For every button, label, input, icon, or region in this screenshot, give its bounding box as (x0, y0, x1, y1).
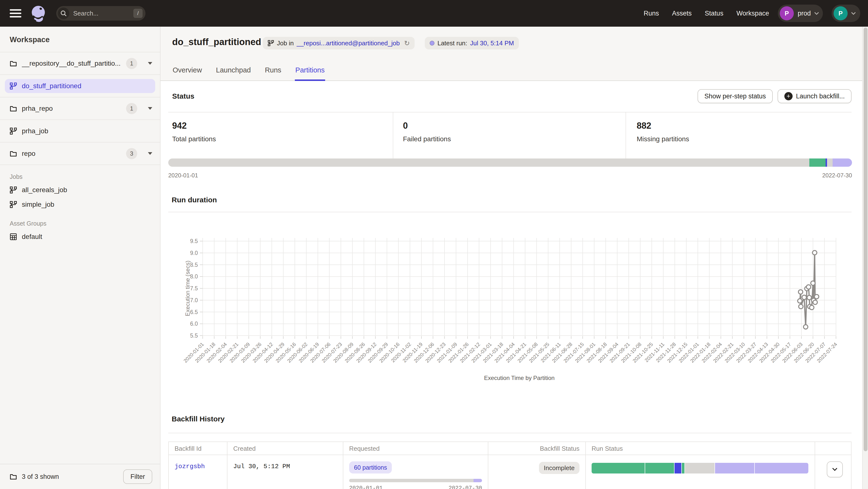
stat-label: Total partitions (172, 135, 393, 143)
workspace-sidebar: Workspace __repository__do_stuff_partiti… (0, 27, 160, 489)
sidebar-item-label: prha_repo (22, 105, 53, 112)
caret-down-icon[interactable] (148, 152, 152, 155)
search-icon (58, 7, 69, 19)
sidebar-item-default-group[interactable]: default (0, 229, 160, 244)
nav-links: Runs Assets Status Workspace (644, 10, 769, 17)
backfill-history-table: Backfill Id Created Requested Backfill S… (168, 442, 851, 489)
nav-link-workspace[interactable]: Workspace (736, 10, 769, 17)
sidebar-footer: 3 of 3 shown Filter (0, 464, 160, 489)
launch-backfill-button[interactable]: + Launch backfill... (778, 89, 851, 103)
job-icon (10, 201, 17, 208)
count-badge: 3 (126, 148, 137, 159)
column-backfill-id: Backfill Id (169, 442, 227, 455)
nav-link-status[interactable]: Status (705, 10, 723, 17)
tab-launchpad[interactable]: Launchpad (216, 66, 251, 81)
dagster-logo-icon[interactable] (30, 5, 48, 22)
job-location-badge: Job in __reposi...artitioned@partitioned… (263, 37, 414, 50)
asset-group-icon (10, 233, 17, 240)
requested-range: 2020-01-01 2022-07-30 (349, 485, 482, 489)
stat-failed-partitions: 0 Failed partitions (393, 112, 625, 159)
folder-icon (10, 105, 17, 112)
scrollbar-thumb[interactable] (864, 28, 868, 451)
nav-link-runs[interactable]: Runs (644, 10, 659, 17)
launch-backfill-label: Launch backfill... (796, 93, 845, 100)
chevron-down-icon (814, 12, 819, 15)
sidebar-item-label: prha_job (22, 127, 48, 135)
latest-run-link[interactable]: Jul 30, 5:14 PM (470, 39, 514, 47)
search-input[interactable]: Search... / (56, 6, 146, 21)
caret-down-icon[interactable] (148, 62, 152, 65)
job-icon (268, 40, 274, 46)
run-status-bar[interactable] (592, 463, 808, 474)
nav-link-assets[interactable]: Assets (672, 10, 692, 17)
show-per-step-status-button[interactable]: Show per-step status (698, 89, 773, 103)
sidebar-item-prha-repo[interactable]: prha_repo 1 (0, 97, 160, 120)
sidebar-item-label: default (22, 233, 42, 240)
table-row: jozrgsbh Jul 30, 5:12 PM 60 partitions 2… (169, 455, 851, 489)
job-icon (10, 127, 17, 135)
count-badge: 1 (126, 58, 137, 69)
svg-text:7.5: 7.5 (190, 285, 198, 292)
column-actions (815, 442, 851, 455)
refresh-icon[interactable]: ↻ (404, 39, 410, 47)
sidebar-item-simple-job[interactable]: simple_job (0, 197, 160, 212)
search-placeholder: Search... (73, 10, 133, 17)
column-created: Created (227, 442, 343, 455)
sidebar-item-repository-do-stuff[interactable]: __repository__do_stuff_partitio... 1 (0, 52, 160, 75)
user-avatar: P (834, 6, 848, 20)
folder-icon (10, 473, 17, 480)
deployment-switcher[interactable]: P prod (778, 5, 823, 22)
filter-button[interactable]: Filter (123, 469, 152, 484)
menu-icon[interactable] (10, 9, 21, 18)
chevron-down-icon (832, 467, 838, 471)
requested-partitions-badge[interactable]: 60 partitions (349, 461, 392, 474)
sidebar-item-label: all_cereals_job (22, 186, 67, 194)
caret-down-icon[interactable] (148, 107, 152, 110)
tab-overview[interactable]: Overview (172, 66, 203, 81)
chevron-down-icon (851, 12, 856, 15)
deployment-avatar: P (780, 6, 794, 20)
sidebar-item-repo[interactable]: repo 3 (0, 142, 160, 165)
top-nav: Search... / Runs Assets Status Workspace… (0, 0, 868, 27)
expand-row-button[interactable] (827, 461, 843, 477)
svg-text:8.0: 8.0 (190, 273, 198, 280)
vertical-scrollbar[interactable] (862, 27, 868, 489)
stat-label: Failed partitions (403, 135, 625, 143)
latest-run-label: Latest run: (437, 39, 467, 47)
range-end: 2022-07-30 (822, 172, 852, 179)
jobs-section-label: Jobs (0, 165, 160, 183)
tab-partitions[interactable]: Partitions (295, 66, 325, 81)
partition-status-bar[interactable] (168, 159, 852, 167)
backfill-history-heading: Backfill History (172, 415, 224, 423)
sidebar-item-label: __repository__do_stuff_partitio... (22, 60, 121, 67)
main-content: do_stuff_partitioned Job in __reposi...a… (160, 27, 868, 489)
plus-circle-icon: + (784, 92, 793, 100)
stat-value: 882 (637, 121, 851, 131)
job-icon (10, 186, 17, 194)
range-start: 2020-01-01 (168, 172, 198, 179)
user-menu[interactable]: P (832, 5, 860, 22)
svg-text:7.0: 7.0 (190, 297, 198, 303)
requested-progress-bar (349, 479, 482, 482)
sidebar-item-prha-job[interactable]: prha_job (0, 120, 160, 142)
run-duration-chart[interactable]: 2020-01-012020-01-182020-02-042020-02-21… (175, 236, 854, 382)
sidebar-item-label: simple_job (22, 201, 54, 208)
backfill-status-badge: Incomplete (539, 462, 580, 474)
svg-text:6.5: 6.5 (190, 309, 198, 315)
sidebar-item-do-stuff-partitioned[interactable]: do_stuff_partitioned (0, 75, 160, 97)
svg-text:9.5: 9.5 (190, 238, 198, 244)
run-duration-heading: Run duration (172, 196, 217, 204)
stat-value: 942 (172, 121, 393, 131)
svg-text:8.5: 8.5 (190, 262, 198, 268)
count-badge: 1 (126, 103, 137, 114)
backfill-id-link[interactable]: jozrgsbh (175, 463, 205, 470)
job-location-link[interactable]: __reposi...artitioned@partitioned_job (297, 39, 400, 47)
run-status-dot (430, 41, 434, 45)
stat-missing-partitions: 882 Missing partitions (625, 112, 851, 159)
asset-groups-section-label: Asset Groups (0, 212, 160, 229)
sidebar-item-all-cereals-job[interactable]: all_cereals_job (0, 183, 160, 197)
tab-runs[interactable]: Runs (264, 66, 282, 81)
slash-shortcut-key: / (133, 9, 143, 18)
folder-icon (10, 60, 17, 67)
svg-text:9.0: 9.0 (190, 250, 198, 256)
